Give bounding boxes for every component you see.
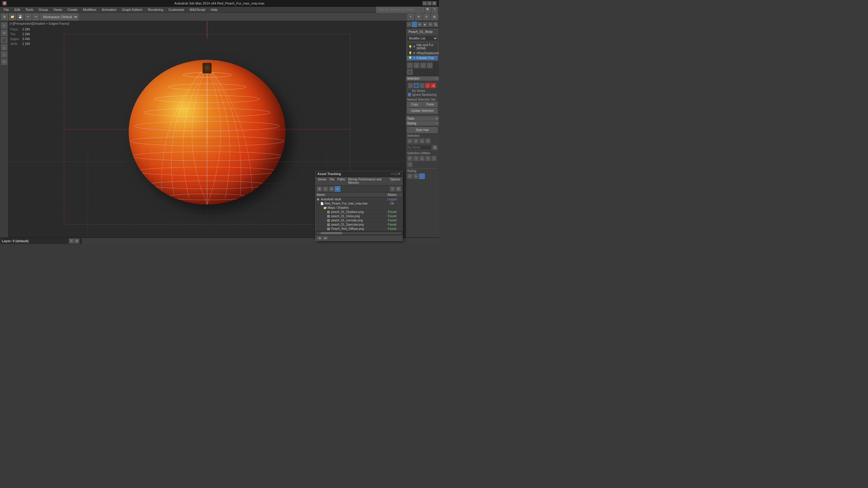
asset-row-specular[interactable]: 🖼 peach_01_Specular.png Found (315, 223, 402, 227)
asset-menu-file[interactable]: File (329, 177, 335, 185)
redo-button[interactable]: ↪ (33, 13, 39, 20)
scale-tool[interactable]: ⊞ (431, 13, 438, 20)
rotate-tool[interactable]: ↻ (423, 13, 430, 20)
hair-sel-1[interactable]: ↙ (407, 138, 412, 144)
asset-row-displace[interactable]: 🖼 peach_01_Displace.png Found (315, 210, 402, 214)
sel-mode-3[interactable]: ○ (419, 83, 425, 88)
asset-row-maxfile[interactable]: 📄 Red_Peach_Fur_max_vray.max Ok (315, 201, 402, 206)
asset-menu-bitmap[interactable]: Bitmap Performance and Memory (347, 177, 388, 185)
sel-mode-5[interactable]: ◉ (431, 83, 436, 88)
sel-util-3[interactable]: ⊥ (419, 156, 425, 161)
move-tool[interactable]: ✛ (415, 13, 422, 20)
asset-row-maps[interactable]: 📁 Maps / Shaders (315, 206, 402, 210)
ignore-backfacing-checkbox[interactable]: ✓ (408, 93, 411, 96)
sel-util-4[interactable]: ⊤ (425, 156, 431, 161)
menu-edit[interactable]: Edit (12, 7, 23, 12)
asset-tool-3[interactable]: ⊟ (329, 186, 334, 192)
save-button[interactable]: 💾 (17, 13, 24, 20)
sel-util-6[interactable]: ↔ (407, 162, 412, 167)
asset-menu-server[interactable]: Server (317, 177, 327, 185)
subobj-edge[interactable]: / (413, 62, 420, 68)
asset-bottom-btn-2[interactable]: ▶ (323, 236, 328, 240)
hair-sel-3[interactable]: ↘ (419, 138, 425, 144)
asset-row-normals[interactable]: 🖼 peach_01_normals.png Found (315, 218, 402, 223)
menu-rendering[interactable]: Rendering (146, 7, 166, 12)
styling-tool-2[interactable]: ∿ (413, 173, 418, 179)
undo-button[interactable]: ↩ (25, 13, 31, 20)
search-input[interactable] (376, 7, 424, 13)
search-button[interactable]: 🔍 (425, 7, 431, 13)
menu-modifiers[interactable]: Modifiers (81, 7, 99, 12)
subobj-vertex[interactable]: · (407, 62, 413, 68)
asset-restore-button[interactable]: □ (395, 172, 397, 176)
styling-tool-1[interactable]: ✂ (407, 173, 412, 179)
update-selection-button[interactable]: Update Selection (407, 108, 438, 113)
asset-menu-paths[interactable]: Paths (337, 177, 346, 185)
asset-help-btn[interactable]: ? (390, 186, 395, 192)
menu-views[interactable]: Views (51, 7, 64, 12)
menu-help[interactable]: Help (208, 7, 220, 12)
paste-button[interactable]: Paste (423, 102, 438, 107)
asset-hscrollbar[interactable] (316, 232, 401, 234)
menu-customize[interactable]: Customize (166, 7, 187, 12)
sel-mode-1[interactable]: ⬚ (408, 83, 413, 88)
asset-tool-1[interactable]: ⊞ (317, 186, 322, 192)
asset-row-diffuse[interactable]: 🖼 Peach_Red_Diffuse.png Found (315, 227, 402, 231)
style-hair-button[interactable]: Style Hair (407, 127, 438, 133)
hair-sel-4[interactable]: ↖ (425, 138, 431, 144)
minimize-button[interactable]: — (423, 1, 427, 5)
left-tool-6[interactable]: ✏ (1, 59, 7, 65)
asset-tool-4[interactable]: ⊞ (335, 186, 340, 192)
selection-section-header[interactable]: Selection − (406, 76, 439, 81)
subobj-border[interactable]: □ (420, 62, 426, 68)
select-tool[interactable]: ↖ (407, 13, 414, 20)
help-icon[interactable]: ? (432, 7, 438, 13)
create-mode-btn[interactable]: + (407, 22, 412, 27)
hair-sel-2[interactable]: ↗ (413, 138, 418, 144)
asset-close-button[interactable]: ✕ (398, 172, 401, 176)
asset-bottom-btn-1[interactable]: ◀ (317, 236, 322, 240)
layers-help[interactable]: ? (69, 238, 74, 243)
open-button[interactable]: 📁 (9, 13, 16, 20)
close-button[interactable]: ✕ (432, 1, 436, 5)
modifier-hair-fur[interactable]: 💡 👁 Hair and Fur (WSM) (407, 43, 438, 51)
modifier-vray-disp[interactable]: 💡 👁 VRayDisplacementMod (407, 51, 438, 56)
asset-row-vault[interactable]: 🏛 Autodesk Vault Logged (315, 197, 402, 201)
asset-settings-btn[interactable]: ⚙ (396, 186, 401, 192)
subobj-poly[interactable]: ▪ (427, 62, 433, 68)
new-button[interactable]: 🗎 (1, 13, 8, 20)
asset-row-gloss[interactable]: 🖼 peach_01_Gloss.png Found (315, 214, 402, 218)
asset-menu-options[interactable]: Options (389, 177, 401, 185)
sel-util-5[interactable]: ↕ (431, 156, 437, 161)
menu-file[interactable]: File (1, 7, 11, 12)
by-vertex-checkbox[interactable] (408, 89, 411, 93)
left-tool-2[interactable]: ✛ (1, 30, 7, 36)
hair-sel-input[interactable] (407, 145, 432, 150)
menu-tools[interactable]: Tools (23, 7, 36, 12)
sel-mode-4[interactable]: ● (425, 83, 430, 88)
left-tool-1[interactable]: ↖ (1, 22, 7, 29)
menu-graph-editors[interactable]: Graph Editors (120, 7, 145, 12)
modifier-list-select[interactable]: Modifier List (407, 36, 438, 41)
utilities-mode-btn[interactable]: 🔧 (433, 22, 438, 27)
subobj-element[interactable]: ⬛ (407, 69, 413, 75)
sel-util-2[interactable]: ⊣ (413, 156, 418, 161)
left-tool-5[interactable]: ○ (1, 51, 7, 58)
menu-maxscript[interactable]: MAXScript (187, 7, 208, 12)
sel-util-1[interactable]: ⊢ (407, 156, 412, 161)
motion-mode-btn[interactable]: ▶ (423, 22, 428, 27)
menu-group[interactable]: Group (36, 7, 50, 12)
hierarchy-mode-btn[interactable]: ⚙ (417, 22, 422, 27)
copy-button[interactable]: Copy (407, 102, 422, 107)
asset-minimize-button[interactable]: — (391, 172, 394, 176)
tools-section-header[interactable]: Tools + (406, 116, 439, 121)
left-tool-3[interactable]: ⬛ (1, 37, 7, 43)
menu-create[interactable]: Create (65, 7, 80, 12)
object-name-field[interactable]: Peach_01_Body (407, 29, 438, 34)
styling-section-header[interactable]: Styling − (406, 121, 439, 126)
sel-mode-2[interactable]: ⬛ (413, 83, 419, 88)
modify-mode-btn[interactable]: ⬡ (412, 22, 417, 27)
layers-close[interactable]: ✕ (74, 238, 79, 243)
modifier-editable-poly[interactable]: 💡 👁 Editable Poly (407, 56, 438, 61)
hair-sel-all[interactable]: ⊞ (432, 145, 438, 150)
